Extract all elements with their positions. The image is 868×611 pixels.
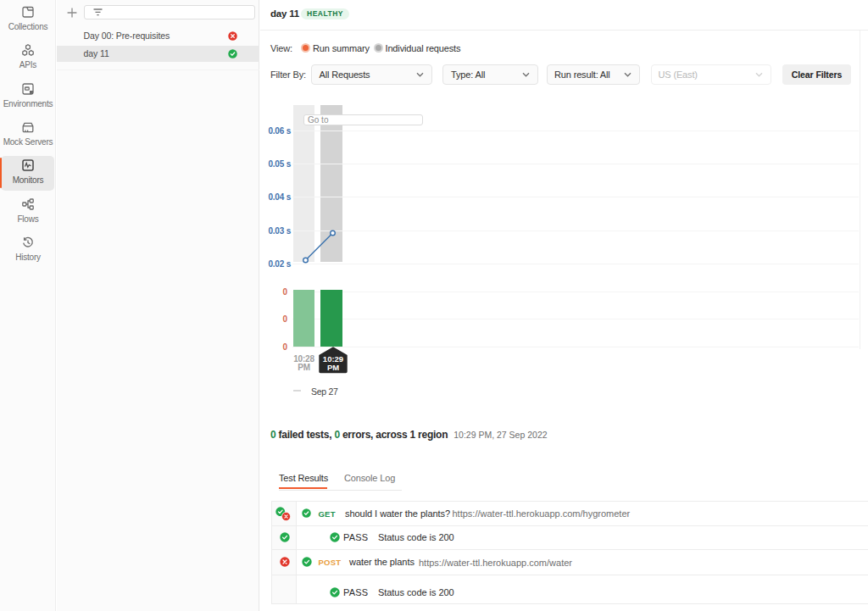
svg-text:PM: PM [327,363,339,372]
